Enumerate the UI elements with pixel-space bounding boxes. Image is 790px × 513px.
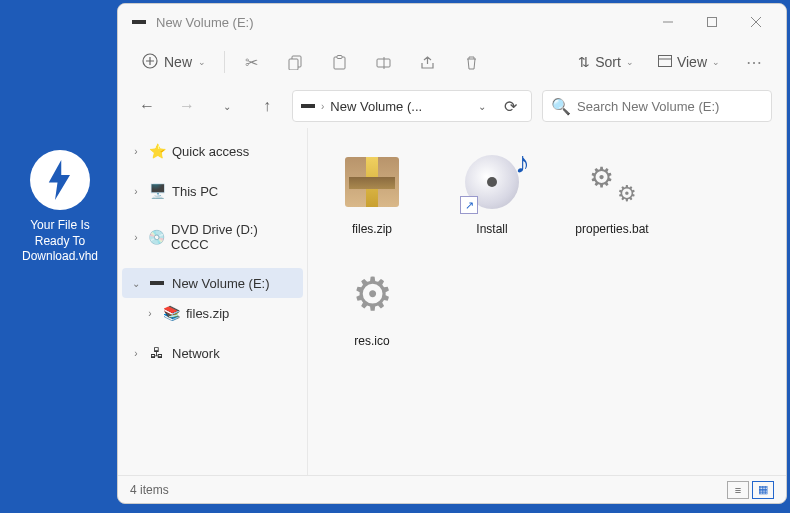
close-button[interactable] [734, 7, 778, 37]
sidebar-item-new-volume[interactable]: ⌄ New Volume (E:) [122, 268, 303, 298]
file-res-ico[interactable]: ⚙ res.ico [322, 254, 422, 354]
status-count: 4 items [130, 483, 169, 497]
svg-rect-13 [658, 56, 671, 67]
up-button[interactable]: ↑ [252, 91, 282, 121]
file-label: res.ico [324, 334, 420, 348]
delete-button[interactable] [453, 46, 489, 78]
sidebar-item-dvd-drive[interactable]: › 💿 DVD Drive (D:) CCCC [122, 216, 303, 258]
file-label: Install [444, 222, 540, 236]
archive-icon: 📚 [162, 304, 180, 322]
disc-icon: 💿 [148, 228, 165, 246]
window-title: New Volume (E:) [156, 15, 646, 30]
view-icon [658, 54, 672, 70]
new-button[interactable]: New ⌄ [132, 49, 216, 76]
icons-view-toggle[interactable]: ▦ [752, 481, 774, 499]
star-icon: ⭐ [148, 142, 166, 160]
sidebar-item-label: DVD Drive (D:) CCCC [171, 222, 295, 252]
file-list: files.zip ♪ ↗ Install ⚙⚙ properties.bat … [308, 128, 786, 475]
sidebar-item-label: Network [172, 346, 220, 361]
svg-rect-8 [289, 59, 298, 70]
address-bar-row: ← → ⌄ ↑ › New Volume (... ⌄ ⟳ 🔍 [118, 84, 786, 128]
search-box[interactable]: 🔍 [542, 90, 772, 122]
sidebar-item-label: New Volume (E:) [172, 276, 270, 291]
archive-icon [338, 148, 406, 216]
sort-icon: ⇅ [578, 54, 590, 70]
chevron-right-icon: › [130, 186, 142, 197]
statusbar: 4 items ≡ ▦ [118, 475, 786, 503]
chevron-down-icon: ⌄ [130, 278, 142, 289]
toolbar: New ⌄ ✂ ⇅ Sort ⌄ View ⌄ ⋯ [118, 40, 786, 84]
rename-button[interactable] [365, 46, 401, 78]
chevron-right-icon: › [144, 308, 156, 319]
titlebar[interactable]: New Volume (E:) [118, 4, 786, 40]
plus-circle-icon [142, 53, 158, 72]
search-input[interactable] [577, 99, 763, 114]
new-button-label: New [164, 54, 192, 70]
minimize-button[interactable] [646, 7, 690, 37]
drive-icon [148, 274, 166, 292]
gears-icon: ⚙⚙ [578, 148, 646, 216]
copy-button[interactable] [277, 46, 313, 78]
refresh-button[interactable]: ⟳ [498, 97, 523, 116]
address-bar[interactable]: › New Volume (... ⌄ ⟳ [292, 90, 532, 122]
paste-button[interactable] [321, 46, 357, 78]
sidebar-item-label: Quick access [172, 144, 249, 159]
desktop-shortcut-label: Your File Is Ready To Download.vhd [20, 218, 100, 265]
file-properties-bat[interactable]: ⚙⚙ properties.bat [562, 142, 662, 242]
file-install[interactable]: ♪ ↗ Install [442, 142, 542, 242]
forward-button[interactable]: → [172, 91, 202, 121]
chevron-right-icon: › [130, 146, 142, 157]
divider [224, 51, 225, 73]
sort-label: Sort [595, 54, 621, 70]
chevron-down-icon: ⌄ [626, 57, 634, 67]
address-text: New Volume (... [330, 99, 466, 114]
sidebar-item-files-zip[interactable]: › 📚 files.zip [122, 298, 303, 328]
sidebar-item-network[interactable]: › 🖧 Network [122, 338, 303, 368]
sidebar-item-quick-access[interactable]: › ⭐ Quick access [122, 136, 303, 166]
drive-icon [301, 104, 315, 108]
address-dropdown[interactable]: ⌄ [472, 101, 492, 112]
sidebar-item-this-pc[interactable]: › 🖥️ This PC [122, 176, 303, 206]
lightning-icon [30, 150, 90, 210]
network-icon: 🖧 [148, 344, 166, 362]
details-view-toggle[interactable]: ≡ [727, 481, 749, 499]
chevron-down-icon: ⌄ [712, 57, 720, 67]
shortcut-arrow-icon: ↗ [460, 196, 478, 214]
file-label: properties.bat [564, 222, 660, 236]
view-button[interactable]: View ⌄ [650, 50, 728, 74]
maximize-button[interactable] [690, 7, 734, 37]
desktop-shortcut[interactable]: Your File Is Ready To Download.vhd [20, 150, 100, 265]
sort-button[interactable]: ⇅ Sort ⌄ [570, 50, 642, 74]
back-button[interactable]: ← [132, 91, 162, 121]
sidebar-item-label: files.zip [186, 306, 229, 321]
chevron-right-icon: › [130, 232, 142, 243]
gear-icon: ⚙ [338, 260, 406, 328]
chevron-right-icon: › [130, 348, 142, 359]
chevron-down-icon: ⌄ [198, 57, 206, 67]
disc-music-icon: ♪ ↗ [458, 148, 526, 216]
chevron-right-icon: › [321, 101, 324, 112]
navigation-tree: › ⭐ Quick access › 🖥️ This PC › 💿 DVD Dr… [118, 128, 308, 475]
search-icon: 🔍 [551, 97, 571, 116]
sidebar-item-label: This PC [172, 184, 218, 199]
file-files-zip[interactable]: files.zip [322, 142, 422, 242]
file-label: files.zip [324, 222, 420, 236]
more-button[interactable]: ⋯ [736, 46, 772, 78]
recent-button[interactable]: ⌄ [212, 91, 242, 121]
share-button[interactable] [409, 46, 445, 78]
cut-button[interactable]: ✂ [233, 46, 269, 78]
monitor-icon: 🖥️ [148, 182, 166, 200]
drive-icon [132, 20, 146, 24]
file-explorer-window: New Volume (E:) New ⌄ ✂ ⇅ Sort ⌄ View ⌄ … [117, 3, 787, 504]
svg-rect-1 [708, 18, 717, 27]
view-label: View [677, 54, 707, 70]
svg-rect-10 [337, 55, 342, 58]
